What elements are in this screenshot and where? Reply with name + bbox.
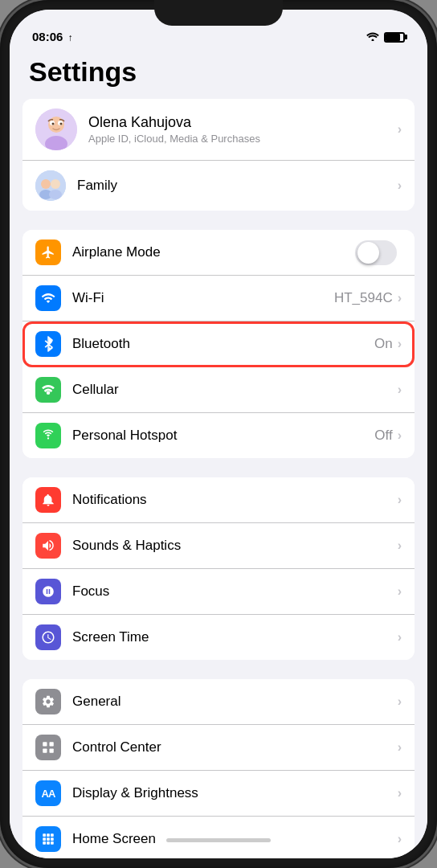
wifi-text: Wi-Fi [72, 290, 334, 306]
notifications-section: Notifications › Sounds & Haptics › [22, 477, 415, 660]
sounds-icon [35, 533, 61, 559]
profile-subtitle: Apple ID, iCloud, Media & Purchases [88, 133, 398, 145]
svg-rect-15 [43, 749, 47, 753]
notifications-chevron: › [398, 493, 402, 507]
screen-time-chevron: › [398, 630, 402, 645]
svg-rect-16 [50, 749, 54, 753]
svg-rect-17 [43, 833, 46, 837]
cellular-text: Cellular [72, 382, 398, 398]
family-text: Family [77, 178, 398, 194]
profile-text: Olena Kahujova Apple ID, iCloud, Media &… [88, 114, 398, 145]
screen-content[interactable]: Settings [10, 48, 427, 858]
battery-icon [384, 32, 405, 43]
svg-point-6 [60, 123, 63, 125]
display-brightness-row[interactable]: AA Display & Brightness › [22, 771, 415, 817]
focus-row[interactable]: Focus › [22, 569, 415, 615]
airplane-mode-toggle[interactable] [355, 240, 397, 265]
bluetooth-chevron: › [398, 337, 402, 351]
wifi-status-icon [366, 31, 379, 43]
family-chevron: › [398, 178, 402, 193]
general-section: General › Control Ce [22, 679, 415, 858]
svg-rect-25 [51, 841, 54, 845]
sounds-label: Sounds & Haptics [72, 538, 398, 554]
profile-row[interactable]: Olena Kahujova Apple ID, iCloud, Media &… [22, 99, 415, 161]
cellular-label: Cellular [72, 382, 398, 398]
screen-time-row[interactable]: Screen Time › [22, 615, 415, 660]
focus-icon [35, 579, 61, 604]
display-brightness-icon: AA [35, 780, 61, 806]
profile-chevron: › [398, 122, 402, 137]
airplane-mode-row[interactable]: Airplane Mode [22, 230, 415, 276]
focus-chevron: › [398, 584, 402, 599]
focus-label: Focus [72, 583, 398, 600]
bluetooth-text: Bluetooth [72, 336, 374, 352]
svg-point-11 [49, 190, 62, 199]
svg-point-5 [52, 123, 55, 125]
svg-rect-13 [43, 742, 47, 746]
svg-point-8 [41, 179, 51, 189]
hotspot-value: Off [374, 428, 392, 444]
airplane-mode-label: Airplane Mode [72, 244, 355, 260]
cellular-icon [35, 377, 61, 403]
account-section: Olena Kahujova Apple ID, iCloud, Media &… [22, 99, 415, 211]
notch [154, 0, 283, 26]
svg-rect-19 [51, 833, 54, 837]
svg-point-12 [47, 391, 51, 395]
time-display: 08:06 [32, 30, 63, 43]
hotspot-text: Personal Hotspot [72, 428, 374, 444]
display-brightness-label: Display & Brightness [72, 785, 398, 801]
svg-rect-23 [43, 841, 46, 845]
general-chevron: › [398, 694, 402, 709]
notifications-text: Notifications [72, 492, 398, 508]
svg-rect-21 [47, 837, 50, 841]
bluetooth-value: On [374, 336, 393, 352]
sounds-chevron: › [398, 538, 402, 553]
home-screen-row[interactable]: Home Screen › [22, 817, 415, 858]
wifi-chevron: › [398, 291, 402, 305]
hotspot-chevron: › [398, 428, 402, 443]
display-brightness-chevron: › [398, 786, 402, 800]
control-center-text: Control Center [72, 739, 398, 755]
wifi-value: HT_594C [334, 290, 393, 306]
notifications-label: Notifications [72, 492, 398, 508]
avatar [35, 108, 77, 150]
svg-rect-24 [47, 841, 50, 845]
family-row[interactable]: Family › [22, 161, 415, 211]
control-center-icon [35, 735, 61, 760]
cellular-chevron: › [398, 383, 402, 397]
svg-rect-18 [47, 833, 50, 837]
general-row[interactable]: General › [22, 679, 415, 725]
general-icon [35, 689, 61, 714]
home-indicator [166, 838, 271, 842]
svg-rect-20 [43, 837, 46, 841]
general-text: General [72, 694, 398, 710]
bluetooth-row[interactable]: Bluetooth On › [22, 321, 415, 367]
airplane-mode-text: Airplane Mode [72, 244, 355, 260]
wifi-label: Wi-Fi [72, 290, 334, 306]
phone-screen: 08:06 ↑ Settings [10, 10, 427, 858]
profile-name: Olena Kahujova [88, 114, 398, 131]
hotspot-label: Personal Hotspot [72, 428, 374, 444]
control-center-row[interactable]: Control Center › [22, 725, 415, 771]
page-title: Settings [10, 48, 427, 99]
svg-point-9 [51, 179, 60, 189]
home-screen-chevron: › [398, 832, 402, 846]
sounds-row[interactable]: Sounds & Haptics › [22, 523, 415, 569]
wifi-row[interactable]: Wi-Fi HT_594C › [22, 276, 415, 321]
connectivity-section: Airplane Mode Wi-Fi [22, 230, 415, 458]
bluetooth-icon [35, 331, 61, 357]
notifications-row[interactable]: Notifications › [22, 477, 415, 523]
sounds-text: Sounds & Haptics [72, 538, 398, 554]
battery-fill [386, 34, 400, 41]
svg-rect-22 [51, 837, 54, 841]
wifi-icon [35, 285, 61, 311]
control-center-label: Control Center [72, 739, 398, 755]
hotspot-icon [35, 423, 61, 448]
hotspot-row[interactable]: Personal Hotspot Off › [22, 413, 415, 458]
cellular-row[interactable]: Cellular › [22, 367, 415, 413]
home-screen-icon [35, 826, 61, 852]
airplane-mode-icon [35, 240, 61, 265]
signal-arrow: ↑ [68, 32, 73, 43]
status-time: 08:06 ↑ [32, 30, 73, 43]
bluetooth-label: Bluetooth [72, 336, 374, 352]
